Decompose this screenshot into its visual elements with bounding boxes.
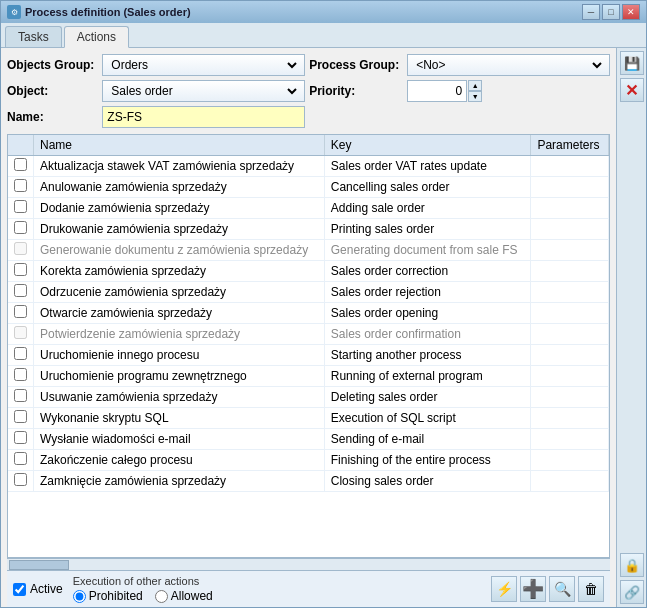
row-checkbox-14[interactable] [14, 452, 27, 465]
allowed-label: Allowed [171, 589, 213, 603]
table-row: Aktualizacja stawek VAT zamówienia sprze… [8, 156, 609, 177]
active-checkbox-group: Active [13, 582, 63, 596]
row-key: Running of external program [324, 366, 531, 387]
allowed-option: Allowed [155, 589, 213, 603]
col-key: Key [324, 135, 531, 156]
priority-up-button[interactable]: ▲ [468, 80, 482, 91]
row-key: Execution of SQL script [324, 408, 531, 429]
active-label: Active [30, 582, 63, 596]
row-checkbox-cell [8, 240, 34, 261]
row-checkbox-12[interactable] [14, 410, 27, 423]
row-checkbox-6[interactable] [14, 284, 27, 297]
row-checkbox-10[interactable] [14, 368, 27, 381]
row-checkbox-cell [8, 282, 34, 303]
search-button[interactable]: 🔍 [549, 576, 575, 602]
objects-group-select-input[interactable]: Orders [107, 57, 300, 73]
row-key: Generating document from sale FS [324, 240, 531, 261]
table-row: Uruchomienie programu zewnętrznegoRunnin… [8, 366, 609, 387]
prohibited-radio[interactable] [73, 590, 86, 603]
table-row: Zakończenie całego procesuFinishing of t… [8, 450, 609, 471]
minimize-button[interactable]: ─ [582, 4, 600, 20]
row-params [531, 303, 609, 324]
row-params [531, 408, 609, 429]
add-button[interactable]: ➕ [520, 576, 546, 602]
close-button[interactable]: ✕ [622, 4, 640, 20]
row-checkbox-11[interactable] [14, 389, 27, 402]
row-name: Odrzucenie zamówienia sprzedaży [34, 282, 325, 303]
save-button[interactable]: 💾 [620, 51, 644, 75]
table-row: Usuwanie zamówienia sprzedażyDeleting sa… [8, 387, 609, 408]
side-delete-button[interactable]: ✕ [620, 78, 644, 102]
process-group-select-input[interactable]: <No> [412, 57, 605, 73]
priority-input[interactable] [407, 80, 467, 102]
row-checkbox-8[interactable] [14, 326, 27, 339]
priority-label: Priority: [309, 84, 403, 98]
lock-button[interactable]: 🔒 [620, 553, 644, 577]
row-checkbox-cell [8, 408, 34, 429]
table-row: Zamknięcie zamówienia sprzedażyClosing s… [8, 471, 609, 492]
prohibited-option: Prohibited [73, 589, 143, 603]
execution-radio-row: Prohibited Allowed [73, 589, 213, 603]
row-checkbox-cell [8, 366, 34, 387]
allowed-radio[interactable] [155, 590, 168, 603]
content-area: Objects Group: Orders Process Group: <No… [1, 48, 646, 607]
row-key: Printing sales order [324, 219, 531, 240]
table-row: Wykonanie skryptu SQLExecution of SQL sc… [8, 408, 609, 429]
row-params [531, 471, 609, 492]
active-checkbox[interactable] [13, 583, 26, 596]
table-header-row: Name Key Parameters [8, 135, 609, 156]
row-key: Sending of e-mail [324, 429, 531, 450]
row-params [531, 261, 609, 282]
row-checkbox-7[interactable] [14, 305, 27, 318]
row-checkbox-cell [8, 198, 34, 219]
row-name: Uruchomienie innego procesu [34, 345, 325, 366]
delete-button[interactable]: 🗑 [578, 576, 604, 602]
objects-group-select[interactable]: Orders [102, 54, 305, 76]
scrollbar-thumb[interactable] [9, 560, 69, 570]
col-name: Name [34, 135, 325, 156]
restore-button[interactable]: □ [602, 4, 620, 20]
horizontal-scrollbar[interactable] [7, 558, 610, 570]
table-row: Otwarcie zamówienia sprzedażySales order… [8, 303, 609, 324]
title-bar: ⚙ Process definition (Sales order) ─ □ ✕ [1, 1, 646, 23]
row-key: Deleting sales order [324, 387, 531, 408]
row-checkbox-0[interactable] [14, 158, 27, 171]
name-input[interactable] [102, 106, 305, 128]
row-checkbox-2[interactable] [14, 200, 27, 213]
row-name: Dodanie zamówienia sprzedaży [34, 198, 325, 219]
row-key: Sales order correction [324, 261, 531, 282]
row-params [531, 240, 609, 261]
tab-tasks[interactable]: Tasks [5, 26, 62, 47]
actions-table-element: Name Key Parameters Aktualizacja stawek … [8, 135, 609, 492]
process-group-label: Process Group: [309, 58, 403, 72]
row-checkbox-5[interactable] [14, 263, 27, 276]
row-checkbox-cell [8, 219, 34, 240]
row-checkbox-4[interactable] [14, 242, 27, 255]
priority-down-button[interactable]: ▼ [468, 91, 482, 102]
actions-table[interactable]: Name Key Parameters Aktualizacja stawek … [7, 134, 610, 558]
row-checkbox-cell [8, 261, 34, 282]
row-checkbox-1[interactable] [14, 179, 27, 192]
row-name: Zakończenie całego procesu [34, 450, 325, 471]
object-select[interactable]: Sales order [102, 80, 305, 102]
row-name: Wykonanie skryptu SQL [34, 408, 325, 429]
lightning-button[interactable]: ⚡ [491, 576, 517, 602]
link-button[interactable]: 🔗 [620, 580, 644, 604]
row-checkbox-15[interactable] [14, 473, 27, 486]
row-key: Starting another process [324, 345, 531, 366]
window-icon: ⚙ [7, 5, 21, 19]
process-group-select[interactable]: <No> [407, 54, 610, 76]
row-params [531, 282, 609, 303]
row-key: Finishing of the entire process [324, 450, 531, 471]
table-row: Wysłanie wiadomości e-mailSending of e-m… [8, 429, 609, 450]
tab-actions[interactable]: Actions [64, 26, 129, 48]
row-checkbox-cell [8, 387, 34, 408]
row-checkbox-13[interactable] [14, 431, 27, 444]
execution-group: Execution of other actions Prohibited Al… [73, 575, 213, 603]
window-title: Process definition (Sales order) [25, 6, 582, 18]
row-checkbox-9[interactable] [14, 347, 27, 360]
object-select-input[interactable]: Sales order [107, 83, 300, 99]
row-checkbox-cell [8, 471, 34, 492]
row-checkbox-3[interactable] [14, 221, 27, 234]
row-key: Cancelling sales order [324, 177, 531, 198]
